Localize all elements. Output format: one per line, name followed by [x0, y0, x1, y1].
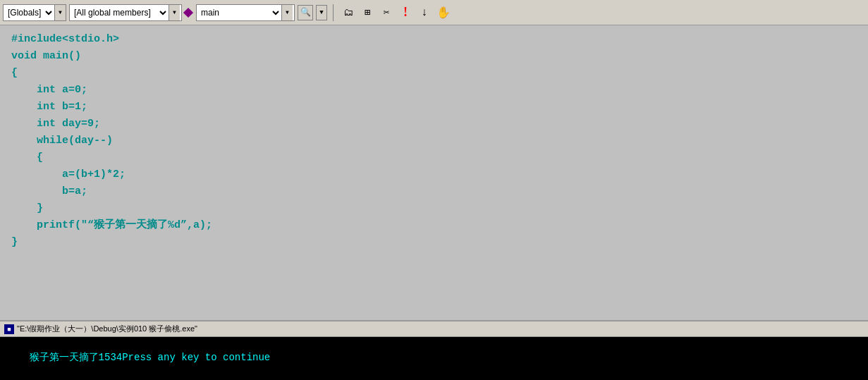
code-line: printf("“猴子第一天摘了%d”,a);: [11, 217, 857, 234]
cut-icon: ✂: [384, 6, 389, 18]
global-members-dropdown[interactable]: [All global members]: [70, 5, 169, 20]
code-line: }: [11, 200, 857, 217]
code-line: b=a;: [11, 183, 857, 200]
globals-dropdown-wrapper[interactable]: [Globals] ▼: [3, 4, 66, 21]
code-line: int b=1;: [11, 99, 857, 116]
output-title: "E:\假期作业（大一）\Debug\实例010 猴子偷桃.exe": [17, 324, 197, 334]
code-line: int day=9;: [11, 116, 857, 133]
function-dropdown-arrow[interactable]: ▼: [281, 5, 293, 20]
layers-icon: 🗂: [343, 7, 353, 18]
toolbar-divider-1: [333, 4, 334, 21]
toolbar-icon-group: 🗂 ⊞ ✂ ! ↓ ✋: [339, 4, 453, 22]
code-line: {: [11, 65, 857, 82]
layers-icon-button[interactable]: 🗂: [339, 4, 357, 22]
toolbar: [Globals] ▼ [All global members] ▼ main …: [0, 0, 868, 25]
search-icon-button[interactable]: 🔍: [298, 5, 313, 20]
grid-icon-button[interactable]: ⊞: [358, 4, 377, 22]
code-line: void main(): [11, 48, 857, 65]
global-members-dropdown-wrapper[interactable]: [All global members] ▼: [69, 4, 182, 21]
code-line: #include<stdio.h>: [11, 31, 857, 48]
grid-icon: ⊞: [365, 6, 370, 18]
code-line: while(day--): [11, 133, 857, 149]
function-dropdown-wrapper[interactable]: main ▼: [196, 4, 295, 21]
code-line: a=(b+1)*2;: [11, 166, 857, 183]
down-arrow-icon: ↓: [421, 6, 428, 19]
hand-icon-button[interactable]: ✋: [434, 4, 453, 22]
cut-icon-button[interactable]: ✂: [377, 4, 396, 22]
output-console: 猴子第一天摘了1534Press any key to continue: [0, 337, 868, 380]
diamond-icon: [183, 7, 193, 17]
code-line: int a=0;: [11, 82, 857, 99]
function-dropdown[interactable]: main: [197, 5, 281, 20]
dropdown-small-arrow-button[interactable]: ▼: [316, 5, 327, 20]
code-line: }: [11, 234, 857, 251]
exclaim-icon-button[interactable]: !: [396, 4, 415, 22]
hand-icon: ✋: [436, 6, 451, 20]
console-text: 猴子第一天摘了1534Press any key to continue: [30, 352, 271, 363]
output-panel: ■ "E:\假期作业（大一）\Debug\实例010 猴子偷桃.exe" 猴子第…: [0, 320, 868, 380]
globals-dropdown-arrow[interactable]: ▼: [54, 5, 66, 20]
exe-icon: ■: [4, 324, 14, 334]
output-titlebar: ■ "E:\假期作业（大一）\Debug\实例010 猴子偷桃.exe": [0, 321, 868, 337]
exclaim-icon: !: [403, 5, 408, 20]
global-members-dropdown-arrow[interactable]: ▼: [169, 5, 180, 20]
down-arrow-icon-button[interactable]: ↓: [415, 4, 434, 22]
code-line: {: [11, 149, 857, 166]
code-editor[interactable]: #include<stdio.h>void main(){ int a=0; i…: [0, 25, 868, 320]
search-icon: 🔍: [300, 7, 311, 18]
globals-dropdown[interactable]: [Globals]: [4, 5, 54, 20]
